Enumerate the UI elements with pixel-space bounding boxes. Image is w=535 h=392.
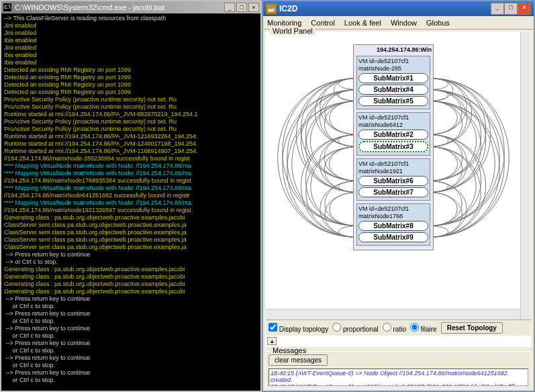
reset-topology-button[interactable]: Reset Topology: [441, 322, 503, 334]
world-panel: World Panel 194.254.174.86:Win VM id=de5…: [265, 32, 532, 347]
display-topology-checkbox[interactable]: Display topology: [269, 323, 328, 333]
actor-submatrix6[interactable]: SubMatrix#6: [358, 176, 428, 186]
actor-submatrix5[interactable]: SubMatrix#5: [358, 96, 428, 106]
vm-box[interactable]: VM id=de52107cf1matrixNode6412SubMatrix#…: [356, 112, 430, 156]
minimize-button[interactable]: _: [491, 3, 504, 15]
actor-submatrix3[interactable]: SubMatrix#3: [358, 141, 428, 152]
vm-title: VM id=de52107cf1: [358, 205, 428, 212]
maximize-button[interactable]: □: [236, 3, 247, 12]
maximize-button[interactable]: □: [504, 3, 518, 15]
ratio-radio[interactable]: ratio: [383, 323, 406, 333]
minimize-button[interactable]: _: [224, 3, 235, 12]
node-title: matrixNode6412: [358, 121, 428, 128]
menu-monitoring[interactable]: Monitoring: [267, 19, 301, 27]
host-box[interactable]: 194.254.174.86:Win VM id=de52107cf1matri…: [353, 44, 434, 250]
clear-messages-button[interactable]: clear messages: [269, 354, 328, 366]
menu-globus[interactable]: Globus: [426, 19, 450, 27]
vm-title: VM id=de52107cf1: [358, 160, 428, 167]
node-title: matrixNode1921: [358, 168, 428, 175]
ic2d-titlebar[interactable]: ☕ IC2D _ □ ×: [263, 1, 534, 16]
vm-title: VM id=de52107cf1: [358, 114, 428, 121]
actor-submatrix9[interactable]: SubMatrix#9: [358, 232, 428, 242]
node-title: matrixNode-285: [358, 65, 428, 72]
menu-window[interactable]: Window: [391, 19, 417, 27]
scrollbar-horizontal[interactable]: [266, 309, 520, 320]
console-title: C:\WINDOWS\System32\cmd.exe - jacobi.bat: [15, 3, 224, 11]
proportional-radio[interactable]: proportional: [332, 323, 379, 333]
ic2d-window: ☕ IC2D _ □ × Monitoring Control Look & f…: [262, 0, 535, 392]
messages-body[interactable]: 18:40:15 (AWT-EventQueue-0) => Node Obje…: [269, 369, 528, 386]
messages-label: Messages: [270, 346, 309, 354]
actor-submatrix1[interactable]: SubMatrix#1: [358, 73, 428, 83]
scrollbar-vertical[interactable]: [520, 32, 531, 320]
vm-title: VM id=de52107cf1: [358, 58, 428, 64]
actor-submatrix4[interactable]: SubMatrix#4: [358, 85, 428, 95]
vm-box[interactable]: VM id=de52107cf1matrixNode1768SubMatrix#…: [356, 203, 430, 246]
console-output: --> This ClassFileServer is reading reso…: [1, 13, 260, 391]
node-title: matrixNode1768: [358, 213, 428, 219]
menu-control[interactable]: Control: [311, 19, 334, 27]
console-titlebar[interactable]: c:\ C:\WINDOWS\System32\cmd.exe - jacobi…: [1, 1, 260, 13]
menu-lookfeel[interactable]: Look & feel: [344, 19, 381, 27]
console-icon: c:\: [3, 3, 12, 12]
java-icon: ☕: [266, 3, 277, 14]
host-title: 194.254.174.86:Win: [355, 46, 432, 53]
topology-view[interactable]: 194.254.174.86:Win VM id=de52107cf1matri…: [266, 32, 531, 320]
actor-submatrix7[interactable]: SubMatrix#7: [358, 187, 428, 197]
actor-submatrix8[interactable]: SubMatrix#8: [358, 221, 428, 231]
vm-box[interactable]: VM id=de52107cf1matrixNode-285SubMatrix#…: [356, 56, 430, 109]
topology-controls: Display topology proportional ratio fila…: [266, 320, 531, 336]
close-button[interactable]: ×: [518, 3, 531, 15]
console-window: c:\ C:\WINDOWS\System32\cmd.exe - jacobi…: [0, 0, 262, 392]
actor-submatrix2[interactable]: SubMatrix#2: [358, 130, 428, 140]
vm-box[interactable]: VM id=de52107cf1matrixNode1921SubMatrix#…: [356, 158, 430, 201]
messages-panel: Messages clear messages 18:40:15 (AWT-Ev…: [265, 351, 532, 389]
filaire-radio[interactable]: filaire: [410, 323, 437, 333]
scale-button[interactable]: ▴: [267, 337, 277, 345]
close-button[interactable]: ×: [248, 3, 259, 12]
ic2d-title: IC2D: [279, 4, 297, 13]
